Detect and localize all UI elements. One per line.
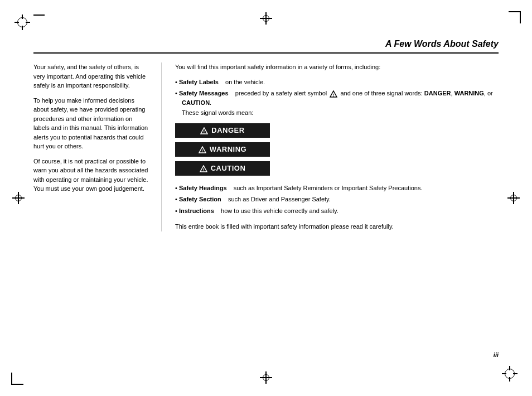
crosshair-right xyxy=(507,192,520,204)
left-column: Your safety, and the safety of others, i… xyxy=(33,62,162,231)
danger-label: DANGER xyxy=(211,125,244,136)
warning-label: WARNING xyxy=(210,144,246,155)
caution-label: CAUTION xyxy=(211,163,246,174)
page-content: A Few Words About Safety Your safety, an… xyxy=(33,39,499,363)
svg-text:!: ! xyxy=(333,93,335,98)
alert-triangle-icon: ! xyxy=(330,90,337,98)
page-title: A Few Words About Safety xyxy=(33,39,499,54)
bullet-instructions: Instructions how to use this vehicle cor… xyxy=(175,206,499,216)
page-number: iii xyxy=(494,351,499,358)
corner-bracket-tr xyxy=(509,11,521,23)
label-safety-headings: Safety Headings xyxy=(179,185,227,191)
period: . xyxy=(210,99,211,106)
svg-text:!: ! xyxy=(202,167,204,172)
signal-words-mean: These signal words mean: xyxy=(175,108,499,118)
text-instructions: how to use this vehicle correctly and sa… xyxy=(221,207,338,214)
crosshair-bottom xyxy=(260,371,272,384)
text-safety-labels: on the vehicle. xyxy=(225,79,265,85)
caution-bold: CAUTION xyxy=(182,99,210,106)
label-safety-labels: Safety Labels xyxy=(179,79,219,85)
bullet-safety-headings: Safety Headings such as Important Safety… xyxy=(175,183,499,193)
signal-words-bold: DANGER xyxy=(424,90,451,96)
bullet-safety-messages: Safety Messages preceded by a safety ale… xyxy=(175,89,499,107)
caution-triangle-icon: ! xyxy=(200,163,207,174)
danger-triangle-icon: ! xyxy=(200,125,208,136)
svg-text:!: ! xyxy=(201,148,203,153)
right-intro: You will find this important safety info… xyxy=(175,62,499,72)
bullet-safety-section: Safety Section such as Driver and Passen… xyxy=(175,195,499,204)
crosshair-top xyxy=(260,12,272,25)
reg-mark-tl xyxy=(14,15,30,30)
left-para-2: To help you make informed decisions abou… xyxy=(33,96,150,151)
label-safety-section: Safety Section xyxy=(179,196,221,202)
label-instructions: Instructions xyxy=(179,207,214,214)
right-column: You will find this important safety info… xyxy=(175,62,499,231)
reg-mark-br xyxy=(502,366,518,381)
bullet-safety-labels: Safety Labels on the vehicle. xyxy=(175,78,499,87)
text-safety-messages-1: preceded by a safety alert symbol xyxy=(235,90,329,96)
label-safety-messages: Safety Messages xyxy=(179,90,229,96)
warning-bold: WARNING xyxy=(454,90,484,96)
comma-2: , or xyxy=(484,90,493,96)
warning-banner: ! WARNING xyxy=(175,142,270,157)
left-para-3: Of course, it is not practical or possib… xyxy=(33,157,150,194)
text-safety-headings: such as Important Safety Reminders or Im… xyxy=(234,185,423,191)
footer-text: This entire book is filled with importan… xyxy=(175,222,499,231)
caution-banner: ! CAUTION xyxy=(175,161,270,176)
signal-banners: ! DANGER ! WARNING xyxy=(175,123,499,176)
content-columns: Your safety, and the safety of others, i… xyxy=(33,62,499,231)
left-para-1: Your safety, and the safety of others, i… xyxy=(33,62,150,90)
corner-lines-tl xyxy=(33,15,45,16)
warning-triangle-icon: ! xyxy=(199,144,206,155)
danger-banner: ! DANGER xyxy=(175,123,270,138)
corner-bracket-bl xyxy=(11,373,23,385)
text-safety-messages-2: and one of three signal words: xyxy=(340,90,424,96)
svg-text:!: ! xyxy=(204,129,205,134)
text-safety-section: such as Driver and Passenger Safety. xyxy=(228,196,331,202)
crosshair-left xyxy=(12,192,25,204)
